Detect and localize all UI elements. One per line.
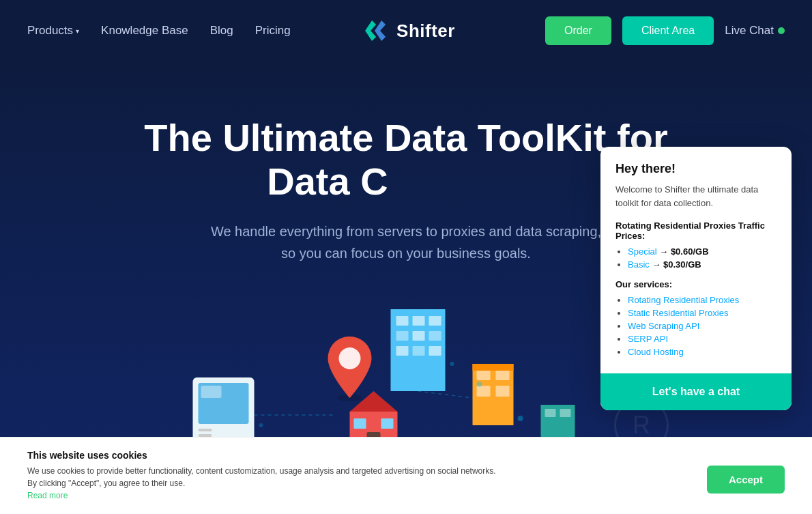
chat-service-2: Static Residential Proxies <box>628 308 777 318</box>
nav-pricing[interactable]: Pricing <box>255 24 291 38</box>
chat-popup-body: Hey there! Welcome to Shifter the ultima… <box>600 147 792 357</box>
order-button[interactable]: Order <box>545 16 611 45</box>
svg-point-37 <box>450 362 454 366</box>
chevron-down-icon: ▾ <box>76 27 79 35</box>
logo-text: Shifter <box>396 20 455 42</box>
chat-basic-price: → $0.30/GB <box>652 259 701 270</box>
chat-special-price: → $0.60/GB <box>659 246 708 257</box>
chat-service-3: Web Scraping API <box>628 321 777 331</box>
nav-blog-label: Blog <box>210 24 233 38</box>
svg-rect-35 <box>560 409 571 417</box>
chat-services-list: Rotating Residential Proxies Static Resi… <box>615 295 777 357</box>
chat-service-2-link[interactable]: Static Residential Proxies <box>628 308 728 318</box>
svg-rect-13 <box>396 316 409 326</box>
svg-rect-17 <box>413 331 425 341</box>
svg-marker-0 <box>365 20 376 41</box>
svg-rect-18 <box>429 331 441 341</box>
nav-knowledge-base[interactable]: Knowledge Base <box>101 24 188 38</box>
chat-service-5-link[interactable]: Cloud Hosting <box>628 347 684 357</box>
chat-popup: Hey there! Welcome to Shifter the ultima… <box>600 147 792 410</box>
chat-basic-link[interactable]: Basic <box>628 259 650 270</box>
svg-marker-1 <box>375 20 386 41</box>
svg-rect-5 <box>199 429 212 431</box>
chat-special-link[interactable]: Special <box>628 246 657 257</box>
cookie-read-more-link[interactable]: Read more <box>27 491 68 500</box>
svg-rect-14 <box>413 316 425 326</box>
navbar: Products ▾ Knowledge Base Blog Pricing S… <box>0 0 812 61</box>
live-chat-nav[interactable]: Live Chat <box>725 24 785 38</box>
svg-rect-26 <box>381 418 394 429</box>
client-area-button[interactable]: Client Area <box>622 16 714 45</box>
chat-service-4-link[interactable]: SERP API <box>628 334 668 344</box>
logo-icon <box>357 14 391 48</box>
chat-service-3-link[interactable]: Web Scraping API <box>628 321 699 331</box>
logo[interactable]: Shifter <box>357 14 455 48</box>
svg-rect-29 <box>496 369 510 380</box>
chat-service-4: SERP API <box>628 334 777 344</box>
svg-point-36 <box>477 382 482 387</box>
chat-proxies-title: Rotating Residential Proxies Traffic Pri… <box>615 220 777 241</box>
svg-rect-20 <box>413 346 425 356</box>
chat-proxies-list: Special → $0.60/GB Basic → $0.30/GB <box>615 246 777 270</box>
svg-rect-28 <box>477 369 491 380</box>
chat-cta-button[interactable]: Let's have a chat <box>600 373 792 410</box>
svg-point-40 <box>518 416 523 421</box>
chat-service-1-link[interactable]: Rotating Residential Proxies <box>628 295 739 305</box>
cookie-accept-button[interactable]: Accept <box>707 466 785 494</box>
nav-blog[interactable]: Blog <box>210 24 233 38</box>
svg-rect-32 <box>473 364 514 371</box>
chat-proxy-basic: Basic → $0.30/GB <box>628 259 777 270</box>
chat-service-1: Rotating Residential Proxies <box>628 295 777 305</box>
svg-rect-19 <box>396 346 409 356</box>
svg-rect-30 <box>477 386 491 397</box>
chat-welcome-text: Welcome to Shifter the ultimate data too… <box>615 183 777 210</box>
live-chat-label: Live Chat <box>725 24 774 38</box>
chat-services-title: Our services: <box>615 279 777 289</box>
nav-products[interactable]: Products ▾ <box>27 24 79 38</box>
cookie-title: This website uses cookies <box>27 450 785 461</box>
nav-right: Order Client Area Live Chat <box>545 16 785 45</box>
live-chat-online-dot <box>778 27 785 34</box>
svg-point-11 <box>339 347 361 369</box>
svg-marker-23 <box>350 391 398 412</box>
svg-rect-16 <box>396 331 409 341</box>
svg-rect-21 <box>429 346 441 356</box>
chat-greeting: Hey there! <box>615 162 777 176</box>
svg-rect-34 <box>545 409 556 417</box>
svg-rect-25 <box>354 418 366 429</box>
chat-proxy-special: Special → $0.60/GB <box>628 246 777 257</box>
nav-pricing-label: Pricing <box>255 24 291 38</box>
svg-rect-31 <box>496 386 510 397</box>
nav-products-label: Products <box>27 24 73 38</box>
nav-knowledge-base-label: Knowledge Base <box>101 24 188 38</box>
svg-point-39 <box>259 423 263 427</box>
nav-left: Products ▾ Knowledge Base Blog Pricing <box>27 24 291 38</box>
cookie-text: We use cookies to provide better functio… <box>27 465 505 502</box>
svg-rect-15 <box>429 316 441 326</box>
cookie-banner: This website uses cookies We use cookies… <box>0 437 812 514</box>
svg-line-42 <box>418 391 473 398</box>
chat-service-5: Cloud Hosting <box>628 347 777 357</box>
svg-rect-8 <box>201 386 222 398</box>
